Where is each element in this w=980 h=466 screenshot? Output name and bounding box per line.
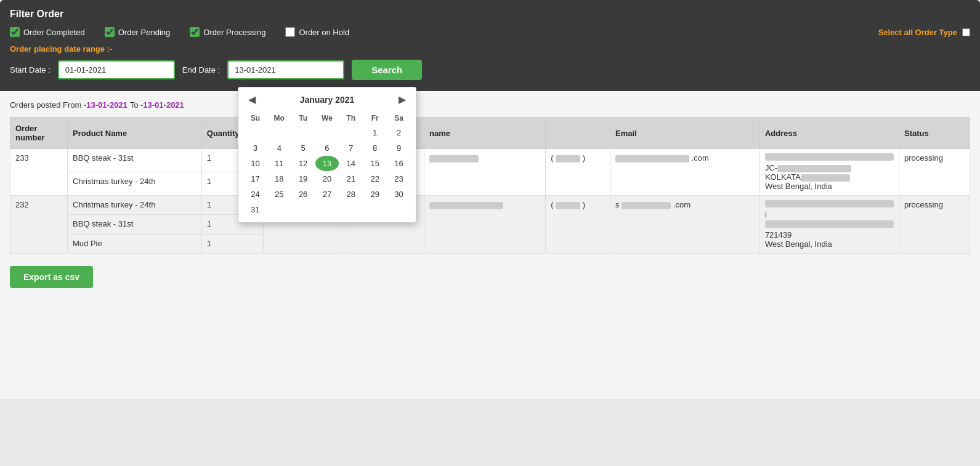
phone-233: ( ) bbox=[546, 149, 610, 196]
calendar-day[interactable]: 4 bbox=[267, 140, 291, 156]
end-date-label: End Date : bbox=[182, 65, 220, 74]
calendar-day bbox=[267, 125, 291, 140]
calendar-day bbox=[315, 125, 339, 140]
calendar-day[interactable]: 13 bbox=[315, 156, 339, 171]
calendar-day bbox=[339, 125, 363, 140]
col-status: Status bbox=[899, 118, 970, 149]
calendar-day[interactable]: 3 bbox=[243, 140, 267, 156]
calendar-day[interactable]: 31 bbox=[243, 202, 267, 217]
checkbox-processing-input[interactable] bbox=[190, 27, 200, 37]
search-button[interactable]: Search bbox=[352, 60, 422, 80]
date-range-label: Order placing date range :- bbox=[10, 44, 970, 54]
checkbox-completed-input[interactable] bbox=[10, 27, 20, 37]
end-date-input[interactable] bbox=[227, 60, 344, 79]
address-233: JC- KOLKATA West Bengal, India bbox=[759, 149, 899, 196]
select-all-item: Select all Order Type bbox=[878, 28, 970, 37]
checkbox-processing[interactable]: Order Processing bbox=[190, 27, 265, 37]
cal-header-we: We bbox=[315, 111, 339, 125]
name-233 bbox=[424, 149, 546, 196]
start-date-input[interactable] bbox=[58, 60, 175, 79]
calendar-day[interactable]: 26 bbox=[291, 187, 315, 202]
calendar-day[interactable]: 18 bbox=[267, 171, 291, 187]
name-232 bbox=[424, 196, 546, 254]
cal-header-th: Th bbox=[339, 111, 363, 125]
calendar-day[interactable]: 5 bbox=[291, 140, 315, 156]
address-232: i 721439 West Bengal, India bbox=[759, 196, 899, 254]
qty-232-3: 1 bbox=[201, 234, 263, 253]
orders-header: Orders posted From -13-01-2021 To -13-01… bbox=[10, 100, 970, 110]
product-name-233-1: BBQ steak - 31st bbox=[68, 149, 202, 172]
checkbox-pending[interactable]: Order Pending bbox=[105, 27, 171, 37]
product-name-232-2: BBQ steak - 31st bbox=[68, 215, 202, 234]
calendar-day[interactable]: 24 bbox=[243, 187, 267, 202]
cal-header-mo: Mo bbox=[267, 111, 291, 125]
calendar-day[interactable]: 15 bbox=[363, 156, 387, 171]
calendar-day bbox=[363, 202, 387, 217]
checkbox-hold[interactable]: Order on Hold bbox=[285, 27, 349, 37]
calendar-day[interactable]: 8 bbox=[363, 140, 387, 156]
calendar-day[interactable]: 20 bbox=[315, 171, 339, 187]
calendar-day[interactable]: 12 bbox=[291, 156, 315, 171]
select-all-label: Select all Order Type bbox=[878, 28, 957, 37]
phone-232: ( ) bbox=[546, 196, 610, 254]
calendar-day[interactable]: 19 bbox=[291, 171, 315, 187]
calendar-prev-button[interactable]: ◀ bbox=[245, 92, 259, 106]
calendar-day[interactable]: 27 bbox=[315, 187, 339, 202]
product-name-233-2: Christmas turkey - 24th bbox=[68, 172, 202, 196]
checkbox-pending-label: Order Pending bbox=[118, 28, 171, 37]
checkbox-completed[interactable]: Order Completed bbox=[10, 27, 85, 37]
filter-title: Filter Order bbox=[10, 9, 970, 20]
product-name-232-1: Christmas turkey - 24th bbox=[68, 196, 202, 215]
calendar-day[interactable]: 30 bbox=[387, 187, 411, 202]
export-csv-button[interactable]: Export as csv bbox=[10, 266, 93, 288]
calendar-day[interactable]: 1 bbox=[363, 125, 387, 140]
date-row: Start Date : End Date : Search ◀ January… bbox=[10, 60, 970, 80]
calendar-day[interactable]: 21 bbox=[339, 171, 363, 187]
calendar-day[interactable]: 10 bbox=[243, 156, 267, 171]
calendar-day[interactable]: 23 bbox=[387, 171, 411, 187]
calendar-day bbox=[243, 125, 267, 140]
product-name-232-3: Mud Pie bbox=[68, 234, 202, 253]
calendar-day bbox=[291, 202, 315, 217]
calendar-day[interactable]: 7 bbox=[339, 140, 363, 156]
calendar-day[interactable]: 29 bbox=[363, 187, 387, 202]
col-product-name: Product Name bbox=[68, 118, 202, 149]
calendar-day[interactable]: 16 bbox=[387, 156, 411, 171]
col-phone bbox=[546, 118, 610, 149]
email-232: s .com bbox=[610, 196, 760, 254]
calendar-month-title: January 2021 bbox=[300, 95, 355, 105]
calendar-day[interactable]: 2 bbox=[387, 125, 411, 140]
calendar-day[interactable]: 22 bbox=[363, 171, 387, 187]
orders-to-date: -13-01-2021 bbox=[140, 100, 184, 110]
orders-to-text: To bbox=[130, 100, 140, 110]
checkbox-pending-input[interactable] bbox=[105, 27, 115, 37]
calendar-day[interactable]: 25 bbox=[267, 187, 291, 202]
calendar-day bbox=[387, 202, 411, 217]
checkbox-processing-label: Order Processing bbox=[203, 28, 265, 37]
calendar-grid-wrapper: Su Mo Tu We Th Fr Sa 1234567891011121314… bbox=[238, 111, 416, 222]
calendar-header: ◀ January 2021 ▶ bbox=[238, 87, 416, 111]
cal-header-tu: Tu bbox=[291, 111, 315, 125]
calendar-day[interactable]: 17 bbox=[243, 171, 267, 187]
calendar-day[interactable]: 28 bbox=[339, 187, 363, 202]
calendar-next-button[interactable]: ▶ bbox=[395, 92, 410, 106]
col-name: name bbox=[424, 118, 546, 149]
calendar-day[interactable]: 11 bbox=[267, 156, 291, 171]
calendar-popup: ◀ January 2021 ▶ Su Mo Tu We Th bbox=[238, 87, 416, 223]
checkbox-hold-input[interactable] bbox=[285, 27, 295, 37]
checkboxes-row: Order Completed Order Pending Order Proc… bbox=[10, 27, 970, 37]
calendar-grid: Su Mo Tu We Th Fr Sa 1234567891011121314… bbox=[243, 111, 411, 217]
checkbox-hold-label: Order on Hold bbox=[299, 28, 349, 37]
calendar-day[interactable]: 6 bbox=[315, 140, 339, 156]
main-content: Orders posted From -13-01-2021 To -13-01… bbox=[0, 91, 980, 399]
cal-header-sa: Sa bbox=[387, 111, 411, 125]
order-number-233: 233 bbox=[10, 149, 68, 196]
table-row: 233 BBQ steak - 31st 1 01/06/20 11:00--1… bbox=[10, 149, 970, 172]
order-number-232: 232 bbox=[10, 196, 68, 254]
calendar-day[interactable]: 9 bbox=[387, 140, 411, 156]
calendar-day bbox=[267, 202, 291, 217]
table-row: 232 Christmas turkey - 24th 1 01/05/2021… bbox=[10, 196, 970, 215]
calendar-day[interactable]: 14 bbox=[339, 156, 363, 171]
select-all-checkbox[interactable] bbox=[962, 28, 970, 36]
filter-panel: Filter Order Order Completed Order Pendi… bbox=[0, 0, 980, 91]
